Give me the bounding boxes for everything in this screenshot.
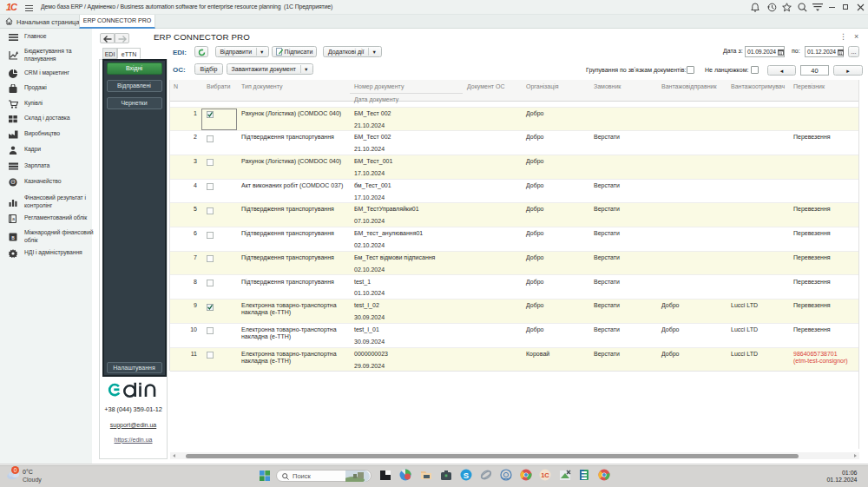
svg-text:1С: 1С: [541, 471, 549, 479]
svg-text:Θ: Θ: [10, 179, 16, 185]
svg-text:в: в: [11, 234, 15, 240]
svg-text:а: а: [12, 216, 16, 221]
svg-text:S: S: [464, 471, 469, 480]
